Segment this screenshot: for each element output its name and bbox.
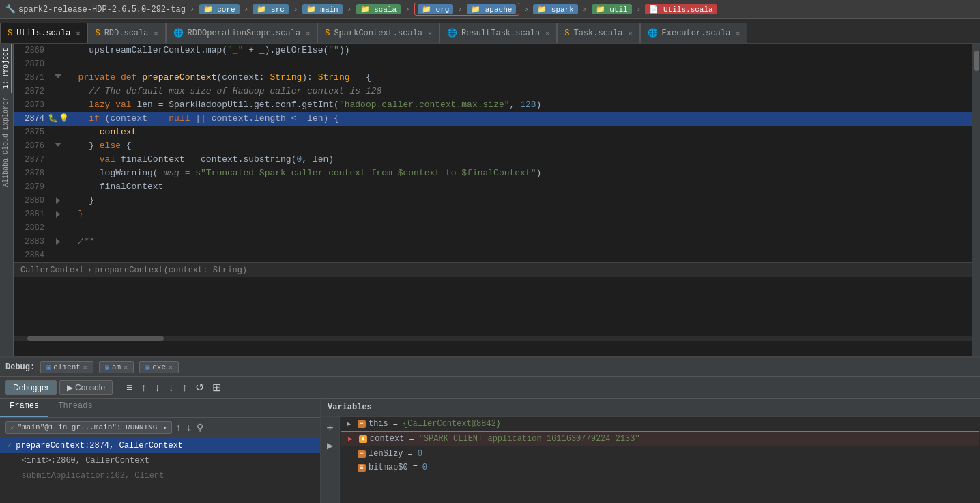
thread-check-icon: ✓ <box>10 423 15 432</box>
bc-scala[interactable]: 📁 scala <box>356 4 401 14</box>
gutter-2875 <box>51 126 65 139</box>
sidebar-project[interactable]: 1: Project <box>1 44 12 93</box>
tab-task[interactable]: S Task.scala ✕ <box>557 23 639 43</box>
breadcrumb-method[interactable]: prepareContext(context: String) <box>95 265 247 275</box>
project-name[interactable]: spark2-release-HDP-2.6.5.0-292-tag <box>18 5 186 14</box>
gutter-2874: 🐛 💡 <box>51 112 65 126</box>
nav-down-btn[interactable]: ↓ <box>185 420 192 434</box>
gutter-2879 <box>51 180 65 194</box>
var-len[interactable]: ▶ ≡ len$lzy = 0 <box>340 447 980 461</box>
lc-2872: // The default max size of Hadoop caller… <box>65 85 972 98</box>
step-into-btn[interactable]: ↓ <box>152 380 162 395</box>
editor-area: 1: Project Alibaba Cloud Explorer 2869 u… <box>0 44 980 356</box>
console-button[interactable]: ▶ Console <box>59 380 113 395</box>
frames-panel: Frames Threads ✓ "main"@1 in gr...main":… <box>0 399 321 503</box>
sidebar-cloud-explorer[interactable]: Alibaba Cloud Explorer <box>1 93 12 191</box>
fold-2881[interactable] <box>56 211 60 218</box>
bc-core[interactable]: 📁 core <box>199 4 240 14</box>
filter-btn[interactable]: ⚲ <box>195 420 205 434</box>
var-icon-this: ≡ <box>358 420 366 428</box>
gutter-2872 <box>51 85 65 98</box>
right-scrollbar[interactable] <box>972 44 980 356</box>
debug-tab-client-close[interactable]: ✕ <box>83 363 87 371</box>
bc-apache[interactable]: 📁 apache <box>467 4 516 14</box>
var-value-this: {CallerContext@8842} <box>403 419 501 429</box>
tab-close-rdd[interactable]: ✕ <box>154 29 158 38</box>
bc-src[interactable]: 📁 src <box>253 4 288 14</box>
run-to-cursor-btn[interactable]: ↑ <box>179 380 190 395</box>
toggle-threads-btn[interactable]: ≡ <box>124 380 135 395</box>
debug-content: Frames Threads ✓ "main"@1 in gr...main":… <box>0 399 980 503</box>
code-editor[interactable]: 2869 upstreamCallerContext.map("_" + _).… <box>14 44 972 356</box>
settings-btn[interactable]: ⊞ <box>210 379 224 395</box>
thread-select[interactable]: ✓ "main"@1 in gr...main": RUNNING ▾ <box>5 421 172 434</box>
code-line-2884: 2884 <box>14 248 972 262</box>
lc-2878: logWarning( msg = s"Truncated Spark call… <box>65 167 972 180</box>
debug-tab-client-icon: ▣ <box>46 363 51 371</box>
h-scrollbar[interactable] <box>14 336 972 341</box>
expand-var-btn[interactable]: ▶ <box>324 440 336 452</box>
tab-rdd-scala[interactable]: S RDD.scala ✕ <box>87 23 165 43</box>
fold-2871[interactable] <box>55 74 61 82</box>
add-var-btn[interactable]: + <box>323 420 336 437</box>
var-expand-context[interactable]: ▶ <box>348 435 356 443</box>
frame-init[interactable]: <init>:2860, CallerContext <box>0 453 320 468</box>
frame-prepare-context[interactable]: ✓ prepareContext:2874, CallerContext <box>0 437 320 453</box>
evaluate-btn[interactable]: ↺ <box>192 379 207 395</box>
tab-close-executor[interactable]: ✕ <box>736 29 740 38</box>
tab-resulttask[interactable]: 🌐 ResultTask.scala ✕ <box>439 23 557 43</box>
bc-main[interactable]: 📁 main <box>302 4 343 14</box>
var-bitmap[interactable]: ▶ ≡ bitmap$0 = 0 <box>340 461 980 474</box>
step-over-btn[interactable]: ↑ <box>138 380 149 395</box>
fold-2883[interactable] <box>56 238 60 245</box>
sep6: › <box>457 4 463 14</box>
debug-tab-exe-close[interactable]: ✕ <box>169 363 173 371</box>
tab-close-sparkctx[interactable]: ✕ <box>428 29 432 38</box>
top-bar: 🔧 spark2-release-HDP-2.6.5.0-292-tag › 📁… <box>0 0 980 19</box>
tab-sparkcontext[interactable]: S SparkContext.scala ✕ <box>317 23 439 43</box>
tab-frames[interactable]: Frames <box>0 399 48 417</box>
debug-tab-client-label: client <box>53 363 81 371</box>
var-this[interactable]: ▶ ≡ this = {CallerContext@8842} <box>340 417 980 431</box>
lc-2876: } else { <box>65 139 972 153</box>
step-out-btn[interactable]: ↓ <box>165 380 176 395</box>
var-expand-this[interactable]: ▶ <box>347 420 355 428</box>
tab-close-rddops[interactable]: ✕ <box>306 29 310 38</box>
bc-org-apache[interactable]: 📁 org › 📁 apache <box>414 3 519 16</box>
sep8: › <box>582 4 588 14</box>
debug-tab-am-close[interactable]: ✕ <box>124 363 128 371</box>
frame-label-submit: submitApplication:162, Client <box>7 471 164 480</box>
bc-org[interactable]: 📁 org <box>418 4 453 14</box>
tab-utils-scala[interactable]: S Utils.scala ✕ <box>0 23 87 43</box>
tab-executor[interactable]: 🌐 Executor.scala ✕ <box>640 23 748 43</box>
tab-close-utils[interactable]: ✕ <box>76 29 80 38</box>
tab-close-rt[interactable]: ✕ <box>545 29 549 38</box>
fold-2880[interactable] <box>56 197 60 204</box>
bc-util[interactable]: 📁 util <box>592 4 632 14</box>
gutter-2884 <box>51 248 65 262</box>
debug-tab-exe[interactable]: ▣ exe ✕ <box>139 361 179 373</box>
nav-up-btn[interactable]: ↑ <box>175 420 182 434</box>
var-context[interactable]: ▶ ● context = "SPARK_CLIENT_application_… <box>341 431 979 446</box>
breadcrumb-class[interactable]: CallerContext <box>20 265 85 275</box>
code-line-2872: 2872 // The default max size of Hadoop c… <box>14 85 972 98</box>
debug-tab-am[interactable]: ▣ am ✕ <box>99 361 134 373</box>
bc-spark[interactable]: 📁 spark <box>533 4 578 14</box>
tab-rddopscope[interactable]: 🌐 RDDOperationScope.scala ✕ <box>166 23 318 43</box>
h-scroll-thumb[interactable] <box>27 336 164 341</box>
gutter-2876 <box>51 139 65 153</box>
debugger-button[interactable]: Debugger <box>5 380 57 395</box>
scroll-indicator <box>974 51 979 71</box>
tab-threads[interactable]: Threads <box>48 399 102 417</box>
tab-icon-rdd: S <box>95 29 100 38</box>
debug-tab-client[interactable]: ▣ client ✕ <box>40 361 93 373</box>
fold-2876[interactable] <box>55 143 61 150</box>
tab-close-task[interactable]: ✕ <box>629 29 633 38</box>
frame-submit[interactable]: submitApplication:162, Client <box>0 468 320 483</box>
tab-label-sparkctx: SparkContext.scala <box>334 29 422 38</box>
debug-tab-exe-label: exe <box>152 363 166 371</box>
bc-utils-scala[interactable]: 📄 Utils.scala <box>645 4 717 14</box>
var-eq-len: = <box>407 449 412 459</box>
ln-2875: 2875 <box>14 126 51 139</box>
bug-icon-2874[interactable]: 🐛 <box>48 112 58 126</box>
